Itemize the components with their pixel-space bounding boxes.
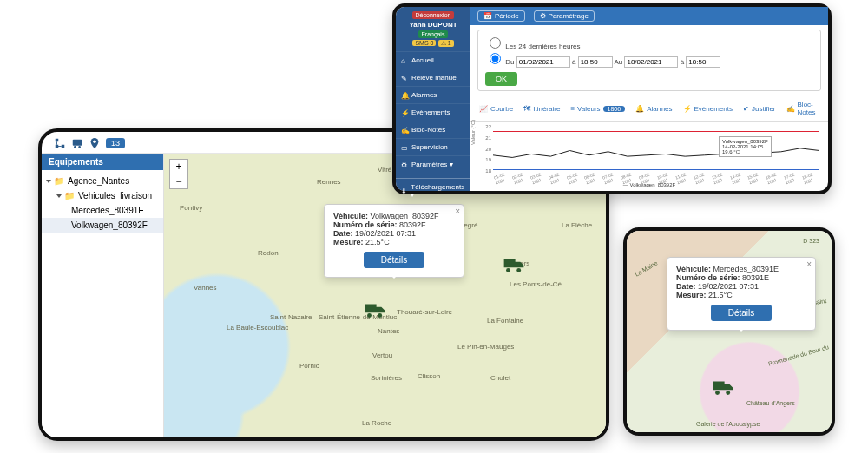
flash-icon: ⚡ (401, 109, 408, 116)
period-filter: Les 24 dernières heures Du à Au à OK (477, 30, 821, 91)
val-serie: 80391E (742, 273, 769, 282)
details-button[interactable]: Détails (711, 305, 773, 321)
pencil-icon: ✎ (401, 75, 408, 82)
time-from-input[interactable] (578, 56, 613, 68)
city-vitre: Vitré (378, 166, 391, 174)
logout-tag[interactable]: Déconnexion (412, 11, 455, 19)
tree-item-label: Volkwagen_80392F (71, 220, 148, 230)
city-thouare: Thouaré-sur-Loire (397, 308, 452, 316)
time-to-input[interactable] (686, 56, 720, 68)
svg-point-5 (78, 146, 81, 148)
gtab-label: Valeurs (577, 102, 601, 115)
sms-tag[interactable]: SMS 0 (412, 40, 436, 46)
svg-point-6 (93, 141, 96, 144)
tree-item-mercedes[interactable]: Mercedes_80391E (42, 203, 163, 218)
bell-icon: 🔔 (401, 92, 408, 99)
lbl-vehicule: Véhicule: (676, 265, 711, 273)
tree-icon[interactable] (54, 137, 66, 149)
nav-events[interactable]: ⚡Evènements (396, 103, 470, 121)
gtab-label: Courbe (490, 102, 513, 115)
gtab-justifier[interactable]: ✔ Justifier (743, 95, 776, 121)
alert-count-badge[interactable]: 13 (106, 138, 125, 148)
lbl-serie: Numéro de série: (333, 220, 398, 229)
nav-downloads[interactable]: ⬇Téléchargements ▾ (396, 178, 470, 203)
zoom-in-button[interactable]: + (170, 160, 187, 174)
city-redon: Redon (258, 249, 279, 257)
city-lesponts: Les Ponts-de-Cé (510, 280, 562, 288)
map-marker-truck-angers[interactable] (503, 256, 525, 273)
val-vehicule: Volkwagen_80392F (371, 212, 439, 220)
date-from-input[interactable] (516, 56, 570, 68)
lbl-vehicule: Véhicule: (333, 212, 368, 220)
phone-map-view: Galerie de l'Apocalypse Château d'Angers… (623, 227, 835, 436)
svg-rect-2 (62, 145, 65, 148)
city-pontivy: Pontivy (180, 204, 202, 212)
user-name: Yann DUPONT (399, 21, 467, 29)
gtab-alarmes[interactable]: 🔔 Alarmes (635, 95, 672, 121)
nav-label: Paramètres ▾ (411, 161, 453, 168)
nav-releve[interactable]: ✎Relevé manuel (396, 69, 470, 86)
bus-icon[interactable] (71, 137, 83, 149)
tab-param[interactable]: ⚙Paramétrage (534, 10, 595, 22)
gtab-evts[interactable]: ⚡ Evènements (683, 95, 733, 121)
city-lespontsOuest: Le Pin-en-Mauges (457, 343, 514, 351)
top-tabs: 📅Période ⚙Paramétrage (470, 7, 828, 25)
gtab-label: Evènements (694, 102, 733, 115)
alert-tag[interactable]: ⚠ 1 (438, 40, 454, 47)
city-vertou: Vertou (372, 351, 392, 359)
tree-group[interactable]: 📁Vehicules_livraison (42, 188, 163, 203)
nav-supervision[interactable]: ▭Supervision (396, 138, 470, 155)
tree-group-label: Vehicules_livraison (78, 191, 152, 200)
gtab-itineraire[interactable]: 🗺 Itinéraire (523, 95, 560, 121)
nav-label: Bloc-Notes (411, 126, 445, 134)
details-button[interactable]: Détails (364, 252, 425, 268)
ok-button[interactable]: OK (485, 72, 517, 86)
radio-last24-input[interactable] (490, 37, 501, 49)
gtab-courbe[interactable]: 📈 Courbe (479, 95, 513, 121)
gtab-valeurs[interactable]: ≡ Valeurs 1806 (570, 95, 625, 121)
date-to-input[interactable] (624, 56, 678, 68)
val-mesure: 21.5°C (365, 238, 390, 246)
marker-icon[interactable] (89, 137, 101, 149)
place-d323: D 323 (803, 238, 819, 244)
vehicle-popup: × Véhicule: Volkwagen_80392F Numéro de s… (324, 204, 464, 278)
svg-point-7 (367, 313, 372, 318)
map-marker-truck-nantes[interactable] (364, 301, 386, 318)
radio-range[interactable]: Du à Au à (485, 58, 720, 66)
tab-label: Période (495, 12, 519, 20)
radio-range-input[interactable] (490, 53, 501, 64)
zoom-control: + − (169, 159, 188, 189)
map-panel[interactable]: + − Rennes Nantes Angers Segré Châteaubr… (164, 154, 606, 437)
lang-tag[interactable]: Français (418, 30, 449, 38)
radio-last24[interactable]: Les 24 dernières heures (485, 43, 581, 50)
dashboard-main: 📅Période ⚙Paramétrage Les 24 dernières h… (470, 7, 828, 191)
tab-periode[interactable]: 📅Période (477, 10, 525, 22)
tree-item-label: Mercedes_80391E (71, 206, 144, 215)
close-icon[interactable]: × (455, 207, 460, 216)
lbl-date: Date: (333, 229, 353, 238)
settings-icon: ⚙ (540, 12, 546, 20)
zoom-out-button[interactable]: − (170, 174, 187, 188)
download-icon: ⬇ (401, 187, 407, 194)
gtab-label: Bloc-Notes (798, 98, 819, 119)
val-mesure: 21.5°C (708, 291, 733, 299)
nav-alarmes[interactable]: 🔔Alarmes (396, 86, 470, 103)
phone-marker-truck[interactable] (712, 378, 734, 396)
nav-notes[interactable]: ✍Bloc-Notes (396, 121, 470, 138)
close-icon[interactable]: × (806, 259, 812, 269)
place-chateau: Château d'Angers (746, 400, 795, 406)
sidebar-title: Equipements (42, 154, 163, 170)
tree-root[interactable]: 📁Agence_Nantes (42, 174, 163, 188)
nav-label: Supervision (411, 143, 448, 151)
temperature-chart[interactable]: Valeur (°C) 2221201918 Volkwagen_80392F … (476, 124, 823, 186)
gtab-blocnotes[interactable]: ✍ Bloc-Notes (786, 95, 819, 121)
svg-rect-3 (73, 140, 82, 146)
city-rennes: Rennes (317, 178, 341, 186)
svg-rect-0 (56, 139, 59, 142)
nav-accueil[interactable]: ⌂Accueil (396, 51, 470, 69)
city-lafontaine: La Fontaine (487, 317, 523, 325)
lbl-du: Du (505, 58, 514, 66)
tree-item-volkwagen[interactable]: Volkwagen_80392F (42, 218, 163, 233)
nav-label: Alarmes (411, 91, 437, 99)
nav-params[interactable]: ⚙Paramètres ▾ (396, 155, 470, 173)
